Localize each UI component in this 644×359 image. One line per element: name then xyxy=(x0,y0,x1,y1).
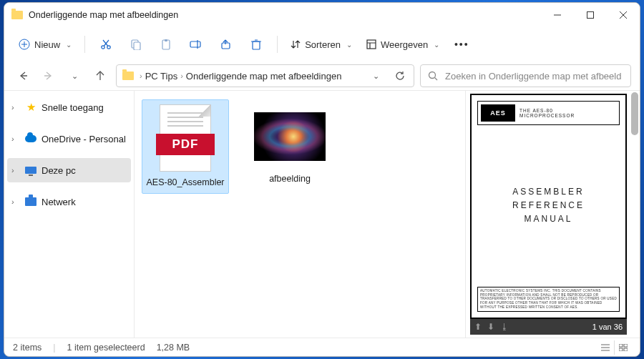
arrow-up-icon xyxy=(95,71,105,81)
network-icon xyxy=(24,195,37,208)
pdf-thumbnail: PDF xyxy=(160,104,211,172)
svg-point-8 xyxy=(107,46,110,49)
back-button[interactable] xyxy=(13,66,33,86)
refresh-icon xyxy=(395,71,405,81)
chevron-right-icon: › xyxy=(140,72,142,80)
close-button[interactable] xyxy=(607,3,640,27)
preview-subtitle: THE AES-80 xyxy=(519,108,575,113)
share-icon xyxy=(220,39,232,50)
paste-icon xyxy=(160,39,172,50)
chevron-right-icon: › xyxy=(11,103,20,112)
forward-button[interactable] xyxy=(39,66,59,86)
folder-icon xyxy=(11,11,23,19)
chevron-right-icon: › xyxy=(11,134,20,143)
monitor-icon xyxy=(24,164,37,177)
recent-button[interactable]: ⌄ xyxy=(64,66,84,86)
arrow-left-icon xyxy=(18,71,28,81)
preview-title-line: ASSEMBLER xyxy=(512,185,584,199)
page-indicator: 1 van 36 xyxy=(592,323,623,331)
separator xyxy=(84,36,85,53)
new-button[interactable]: Nieuw ⌄ xyxy=(13,32,77,56)
preview-title-line: REFERENCE xyxy=(512,199,585,212)
svg-rect-32 xyxy=(619,344,623,347)
rename-button[interactable] xyxy=(182,32,210,56)
address-bar[interactable]: › PC Tips › Onderliggende map met afbeel… xyxy=(116,64,414,87)
preview-title: ASSEMBLER REFERENCE MANUAL xyxy=(477,125,620,287)
preview-scrollbar[interactable] xyxy=(631,92,638,135)
share-button[interactable] xyxy=(213,32,240,56)
cut-button[interactable] xyxy=(92,32,119,56)
status-bar: 2 items | 1 item geselecteerd 1,28 MB xyxy=(4,338,640,356)
svg-rect-34 xyxy=(619,348,623,351)
minimize-button[interactable] xyxy=(541,3,574,27)
up-button[interactable] xyxy=(90,66,110,86)
view-toggle xyxy=(597,340,631,355)
svg-rect-18 xyxy=(253,41,260,49)
chevron-down-icon: ⌄ xyxy=(434,41,439,49)
grid-icon xyxy=(619,344,628,351)
paste-button[interactable] xyxy=(152,32,180,56)
file-list[interactable]: PDF AES-80_Assembler afbeelding xyxy=(135,91,465,338)
chevron-right-icon: › xyxy=(180,72,183,80)
toolbar: Nieuw ⌄ Sorteren ⌄ Weergeven xyxy=(4,27,640,62)
view-button[interactable]: Weergeven ⌄ xyxy=(361,32,445,56)
svg-line-28 xyxy=(435,78,438,81)
more-button[interactable]: ••• xyxy=(448,32,475,56)
delete-button[interactable] xyxy=(243,32,270,56)
search-box[interactable] xyxy=(420,64,631,87)
arrow-up-circle-icon[interactable]: ⬆ xyxy=(474,322,482,332)
cut-icon xyxy=(100,39,112,50)
preview-title-line: MANUAL xyxy=(524,212,572,226)
nav-sidebar: › ★ Snelle toegang › OneDrive - Personal… xyxy=(4,91,135,338)
svg-line-9 xyxy=(104,40,109,46)
cloud-icon xyxy=(24,132,37,145)
sort-button[interactable]: Sorteren ⌄ xyxy=(285,32,358,56)
sidebar-item-label: Netwerk xyxy=(42,197,76,207)
status-selected: 1 item geselecteerd xyxy=(67,343,145,353)
new-label: Nieuw xyxy=(34,39,60,50)
arrow-down-circle-icon[interactable]: ⬇ xyxy=(487,322,494,332)
sidebar-item-quick-access[interactable]: › ★ Snelle toegang xyxy=(4,95,134,119)
sidebar-item-onedrive[interactable]: › OneDrive - Personal xyxy=(4,127,134,151)
search-icon xyxy=(428,71,438,81)
preview-logo: AES xyxy=(481,104,515,122)
explorer-window: Onderliggende map met afbeeldingen Nieuw… xyxy=(4,2,640,357)
svg-rect-15 xyxy=(190,41,200,47)
svg-line-10 xyxy=(103,40,108,46)
rename-icon xyxy=(190,39,203,50)
breadcrumb-segment[interactable]: PC Tips xyxy=(145,71,178,82)
copy-button[interactable] xyxy=(122,32,150,56)
sidebar-item-this-pc[interactable]: › Deze pc xyxy=(7,158,131,182)
more-icon: ••• xyxy=(454,39,469,50)
preview-subtitle: MICROPROCESSOR xyxy=(519,113,575,118)
window-title: Onderliggende map met afbeeldingen xyxy=(29,10,178,20)
titlebar: Onderliggende map met afbeeldingen xyxy=(4,3,640,27)
file-item-pdf[interactable]: PDF AES-80_Assembler xyxy=(142,99,229,194)
search-input[interactable] xyxy=(444,70,623,82)
view-icon xyxy=(366,39,376,49)
status-item-count: 2 items xyxy=(13,343,42,353)
svg-rect-1 xyxy=(587,12,594,19)
delete-icon xyxy=(251,39,261,50)
address-dropdown-button[interactable]: ⌄ xyxy=(365,66,386,86)
sidebar-item-label: Deze pc xyxy=(42,165,76,176)
sidebar-item-label: Snelle toegang xyxy=(42,102,104,113)
file-label: afbeelding xyxy=(269,174,311,184)
status-size: 1,28 MB xyxy=(157,343,190,353)
add-circle-icon xyxy=(19,39,30,50)
sort-label: Sorteren xyxy=(305,39,341,50)
copy-icon xyxy=(130,39,142,50)
pdf-badge: PDF xyxy=(156,134,215,155)
preview-page[interactable]: AES THE AES-80 MICROPROCESSOR ASSEMBLER … xyxy=(470,94,627,319)
folder-icon xyxy=(122,72,134,80)
thumbnails-view-button[interactable] xyxy=(614,340,631,355)
refresh-button[interactable] xyxy=(389,66,411,86)
preview-toolbar: ⬆ ⬇ ⭳ 1 van 36 xyxy=(470,319,627,335)
file-item-image[interactable]: afbeelding xyxy=(246,99,333,190)
chevron-right-icon: › xyxy=(11,166,20,174)
breadcrumb-segment[interactable]: Onderliggende map met afbeeldingen xyxy=(186,71,342,82)
maximize-button[interactable] xyxy=(574,3,607,27)
save-icon[interactable]: ⭳ xyxy=(500,322,509,332)
details-view-button[interactable] xyxy=(597,340,614,355)
sidebar-item-network[interactable]: › Netwerk xyxy=(4,190,134,214)
